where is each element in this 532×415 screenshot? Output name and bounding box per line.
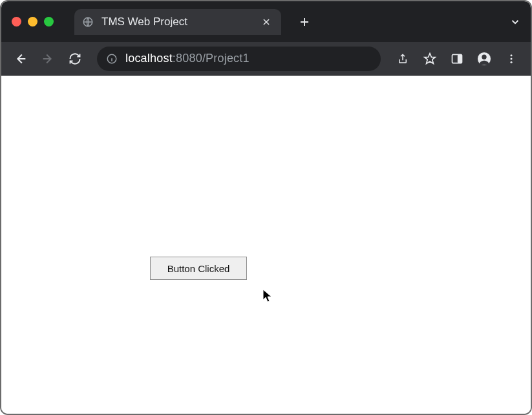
- back-button[interactable]: [9, 47, 32, 70]
- titlebar: TMS Web Project: [1, 1, 531, 42]
- address-bar[interactable]: localhost:8080/Project1: [97, 47, 381, 71]
- tab-title: TMS Web Project: [101, 16, 253, 28]
- url-host: localhost: [125, 52, 173, 65]
- new-tab-button[interactable]: [294, 12, 315, 32]
- menu-icon[interactable]: [500, 47, 523, 70]
- browser-toolbar: localhost:8080/Project1: [1, 42, 531, 76]
- svg-point-5: [482, 54, 486, 59]
- site-info-icon[interactable]: [105, 52, 119, 66]
- maximize-window-button[interactable]: [44, 17, 54, 27]
- globe-icon: [82, 16, 94, 28]
- demo-button[interactable]: Button Clicked: [150, 257, 247, 280]
- share-icon[interactable]: [391, 47, 414, 70]
- close-tab-icon[interactable]: [261, 16, 272, 28]
- window-controls: [12, 17, 54, 27]
- bookmark-icon[interactable]: [418, 47, 442, 70]
- url-port-path: :8080/Project1: [173, 52, 250, 65]
- forward-button[interactable]: [36, 47, 59, 70]
- svg-point-8: [511, 61, 513, 63]
- reload-button[interactable]: [63, 47, 87, 70]
- page-content: Button Clicked: [1, 76, 531, 414]
- svg-point-7: [511, 58, 513, 59]
- url-text: localhost:8080/Project1: [125, 52, 250, 65]
- svg-point-6: [511, 54, 513, 56]
- cursor-icon: [262, 289, 273, 303]
- profile-icon[interactable]: [473, 47, 496, 70]
- browser-tab[interactable]: TMS Web Project: [74, 9, 281, 35]
- sidepanel-icon[interactable]: [445, 47, 469, 70]
- svg-rect-3: [458, 54, 462, 63]
- minimize-window-button[interactable]: [28, 17, 37, 27]
- tab-list-dropdown-icon[interactable]: [507, 14, 523, 30]
- close-window-button[interactable]: [12, 17, 21, 27]
- browser-window: TMS Web Project: [0, 0, 532, 415]
